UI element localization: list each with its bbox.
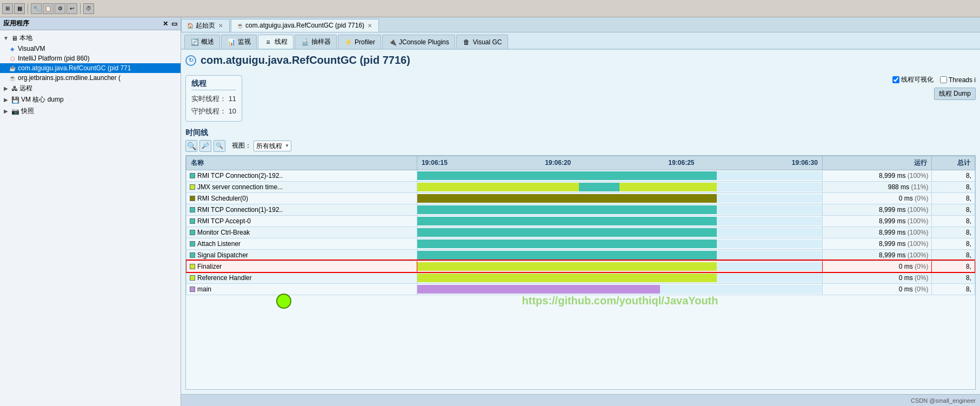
table-row[interactable]: RMI Scheduler(0) 0 ms (0%)8, [186, 192, 975, 204]
table-row[interactable]: Reference Handler 0 ms (0%)8, [186, 272, 975, 283]
ts-3: 19:06:25 [669, 159, 695, 167]
toolbar-icon-6[interactable]: ↩ [66, 3, 77, 14]
thread-dump-button[interactable]: 线程 Dump [934, 88, 976, 100]
visibility-check-2[interactable] [940, 76, 947, 83]
visibility-checkbox-1[interactable]: 线程可视化 [892, 75, 934, 84]
tab-start-label: 起始页 [196, 21, 215, 30]
nav-tab-monitor[interactable]: 📊 监视 [221, 35, 257, 49]
java-icon-selected: ☕ [9, 64, 16, 72]
panel-title: ↻ com.atguigu.java.RefCountGC (pid 7716) [185, 54, 410, 66]
table-row[interactable]: Attach Listener 8,999 ms (100%)8, [186, 238, 975, 249]
table-row[interactable]: main 0 ms (0%)8, [186, 283, 975, 295]
table-row[interactable]: RMI TCP Connection(1)-192.. 8,999 ms (10… [186, 204, 975, 215]
tab-refcountgc[interactable]: ☕ com.atguigu.java.RefCountGC (pid 7716)… [231, 19, 379, 32]
sidebar-header: 应用程序 ✕ ▭ [0, 17, 181, 30]
sidebar-visualvm-label: VisualVM [18, 45, 45, 52]
sidebar-item-intellij[interactable]: ⬡ IntelliJ Platform (pid 860) [0, 54, 181, 63]
run-pct: (100%) [908, 251, 929, 259]
sidebar-item-snapshot[interactable]: ▶ 📷 快照 [0, 105, 181, 117]
tab-start[interactable]: 🏠 起始页 ✕ [181, 19, 230, 32]
table-row[interactable]: Finalizer 0 ms (0%)8, [186, 261, 975, 272]
zoom-reset-button[interactable]: 🔍 [214, 140, 225, 152]
thread-table-container[interactable]: https://github.com/youthiql/JavaYouth 名称… [185, 155, 976, 390]
sampler-icon: 🔬 [301, 38, 309, 46]
thread-stats: 实时线程： 11 守护线程： 10 [191, 92, 236, 118]
zoom-in-button[interactable]: 🔍 [185, 140, 197, 152]
sidebar-close-icon[interactable]: ✕ [163, 20, 168, 28]
run-ms: 0 ms [899, 274, 913, 282]
run-pct: (0%) [915, 274, 928, 282]
thread-name: RMI TCP Connection(2)-192.. [197, 172, 283, 179]
expand-icon-local: ▼ [2, 35, 10, 42]
toolbar-icon-7[interactable]: ⏱ [83, 3, 94, 14]
run-pct: (100%) [908, 229, 929, 236]
thread-name: RMI TCP Accept-0 [197, 217, 251, 225]
toolbar-icon-2[interactable]: ▦ [14, 3, 25, 14]
overview-icon: 🔄 [190, 38, 199, 46]
nav-tab-visualgc[interactable]: 🗑 Visual GC [456, 35, 508, 49]
toolbar-icon-5[interactable]: ⚙ [55, 3, 65, 14]
table-row[interactable]: RMI TCP Accept-0 8,999 ms (100%)8, [186, 215, 975, 227]
toolbar-sep-2 [80, 3, 81, 14]
view-select[interactable]: 所有线程 [254, 141, 291, 151]
toolbar-icon-1[interactable]: ⊞ [2, 3, 13, 14]
total-val: 8, [966, 172, 971, 179]
daemon-value: 10 [229, 107, 236, 115]
col-timeline: 19:06:15 19:06:20 19:06:25 19:06:30 [417, 156, 822, 170]
nav-tab-sampler[interactable]: 🔬 抽样器 [295, 35, 337, 49]
thread-stats-section: 线程 实时线程： 11 守护线程： 10 [185, 75, 242, 122]
sidebar-item-visualvm[interactable]: ◆ VisualVM [0, 44, 181, 54]
view-select-wrapper[interactable]: 所有线程 [254, 141, 291, 151]
sidebar-item-launcher[interactable]: ☕ org.jetbrains.jps.cmdline.Launcher ( [0, 73, 181, 83]
sidebar-item-refcountgc[interactable]: ☕ com.atguigu.java.RefCountGC (pid 771 [0, 63, 181, 73]
run-pct: (100%) [908, 172, 929, 179]
toolbar-icon-4[interactable]: 📋 [43, 3, 54, 14]
visibility-checkbox-2[interactable]: Threads i [940, 76, 976, 84]
threads-icon: ≡ [264, 38, 272, 46]
thread-table: 名称 19:06:15 19:06:20 19:06:25 19:06:30 [186, 156, 975, 295]
visibility-check-1[interactable] [892, 76, 899, 83]
refresh-icon[interactable]: ↻ [185, 55, 196, 66]
table-row[interactable]: Signal Dispatcher 8,999 ms (100%)8, [186, 249, 975, 261]
table-row[interactable]: JMX server connection time... 988 ms (11… [186, 181, 975, 192]
zoom-out-button[interactable]: 🔎 [199, 140, 211, 152]
run-ms: 8,999 ms [879, 206, 905, 214]
run-pct: (100%) [908, 206, 929, 214]
sidebar-refcountgc-label: com.atguigu.java.RefCountGC (pid 771 [18, 64, 131, 72]
nav-tab-jconsole[interactable]: 🔌 JConsole Plugins [382, 35, 455, 49]
run-pct: (0%) [915, 195, 928, 202]
main-layout: 应用程序 ✕ ▭ ▼ 🖥 本地 ◆ VisualVM ⬡ IntelliJ Pl… [0, 17, 980, 406]
nav-tab-profiler[interactable]: ⚡ Profiler [338, 35, 381, 49]
col-run: 运行 [822, 156, 932, 170]
intellij-icon: ⬡ [9, 55, 16, 62]
sidebar-item-local[interactable]: ▼ 🖥 本地 [0, 32, 181, 44]
table-row[interactable]: Monitor Ctrl-Break 8,999 ms (100%)8, [186, 227, 975, 238]
table-row[interactable]: RMI TCP Connection(2)-192.. 8,999 ms (10… [186, 170, 975, 181]
zoom-controls: 🔍 🔎 🔍 视图： 所有线程 [185, 140, 976, 152]
thread-name: Monitor Ctrl-Break [197, 229, 250, 236]
run-ms: 8,999 ms [879, 240, 905, 248]
run-ms: 0 ms [899, 195, 913, 202]
total-val: 8, [966, 240, 971, 248]
nav-tab-threads[interactable]: ≡ 线程 [258, 35, 294, 49]
expand-icon-snapshot: ▶ [2, 108, 10, 115]
timeline-title: 时间线 [185, 128, 976, 138]
tab-start-close[interactable]: ✕ [217, 22, 224, 29]
tab-refcountgc-close[interactable]: ✕ [366, 22, 373, 29]
nav-tab-overview[interactable]: 🔄 概述 [184, 35, 220, 49]
sidebar-collapse-icon[interactable]: ▭ [171, 20, 177, 28]
run-pct: (0%) [915, 285, 928, 293]
status-text: CSDN @small_engineer [911, 397, 976, 404]
nav-tabs: 🔄 概述 📊 监视 ≡ 线程 🔬 抽样器 ⚡ Profiler 🔌 JCon [181, 32, 980, 50]
visualgc-icon: 🗑 [462, 38, 471, 46]
toolbar-icon-3[interactable]: 🔧 [31, 3, 42, 14]
sidebar-header-icons: ✕ ▭ [163, 20, 177, 28]
tab-refcountgc-icon: ☕ [237, 23, 243, 29]
nav-tab-monitor-label: 监视 [238, 37, 251, 46]
sidebar-item-vmdump[interactable]: ▶ 💾 VM 核心 dump [0, 94, 181, 105]
top-toolbar: ⊞ ▦ 🔧 📋 ⚙ ↩ ⏱ [0, 0, 980, 17]
sidebar-item-remote[interactable]: ▶ 🖧 远程 [0, 83, 181, 94]
ts-4: 19:06:30 [792, 159, 818, 167]
content-area: 🏠 起始页 ✕ ☕ com.atguigu.java.RefCountGC (p… [181, 17, 980, 406]
nav-tab-visualgc-label: Visual GC [473, 38, 502, 46]
